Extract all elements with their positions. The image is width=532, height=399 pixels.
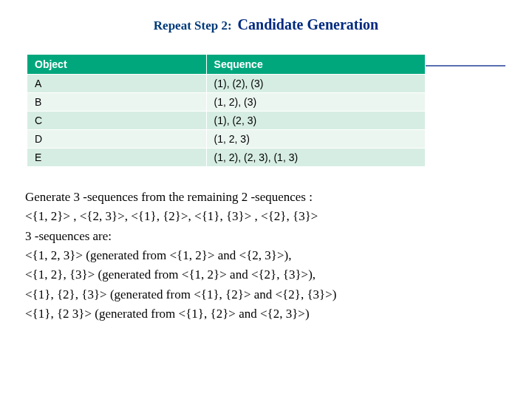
text-line: <{1}, {2}, {3}> (generated from <{1}, {2…	[25, 285, 502, 304]
explanation-text: Generate 3 -sequences from the remaining…	[22, 188, 510, 324]
table-row: A (1), (2), (3)	[27, 75, 426, 93]
cell-object: C	[27, 112, 207, 130]
title-main: Candidate Generation	[238, 16, 379, 33]
cell-sequence: (1, 2, 3)	[206, 130, 425, 149]
cell-sequence: (1), (2, 3)	[206, 112, 425, 130]
table-row: E (1, 2), (2, 3), (1, 3)	[27, 149, 426, 167]
text-line: <{1}, {2 3}> (generated from <{1}, {2}> …	[25, 304, 502, 324]
cell-sequence: (1, 2), (2, 3), (1, 3)	[206, 149, 425, 167]
table-row: B (1, 2), (3)	[27, 93, 426, 112]
table-row: C (1), (2, 3)	[27, 112, 426, 130]
text-line: <{1, 2, 3}> (generated from <{1, 2}> and…	[25, 246, 502, 265]
cell-object: E	[27, 149, 207, 167]
cell-object: D	[27, 130, 207, 149]
cell-object: B	[27, 93, 207, 112]
text-line: <{1, 2}, {3}> (generated from <{1, 2}> a…	[25, 265, 502, 284]
text-line: Generate 3 -sequences from the remaining…	[25, 188, 502, 207]
col-header-sequence: Sequence	[206, 55, 425, 75]
text-line: 3 -sequences are:	[25, 227, 502, 246]
table-area: Object Sequence A (1), (2), (3) B (1, 2)…	[27, 54, 505, 167]
title-prefix: Repeat Step 2:	[154, 18, 232, 33]
cell-object: A	[27, 75, 207, 93]
table-row: D (1, 2, 3)	[27, 130, 426, 149]
cell-sequence: (1), (2), (3)	[206, 75, 425, 93]
cell-sequence: (1, 2), (3)	[206, 93, 425, 112]
sequence-table: Object Sequence A (1), (2), (3) B (1, 2)…	[27, 54, 426, 167]
col-header-object: Object	[27, 55, 207, 75]
slide-title: Repeat Step 2: Candidate Generation	[22, 16, 510, 33]
text-line: <{1, 2}> , <{2, 3}>, <{1}, {2}>, <{1}, {…	[25, 207, 502, 226]
